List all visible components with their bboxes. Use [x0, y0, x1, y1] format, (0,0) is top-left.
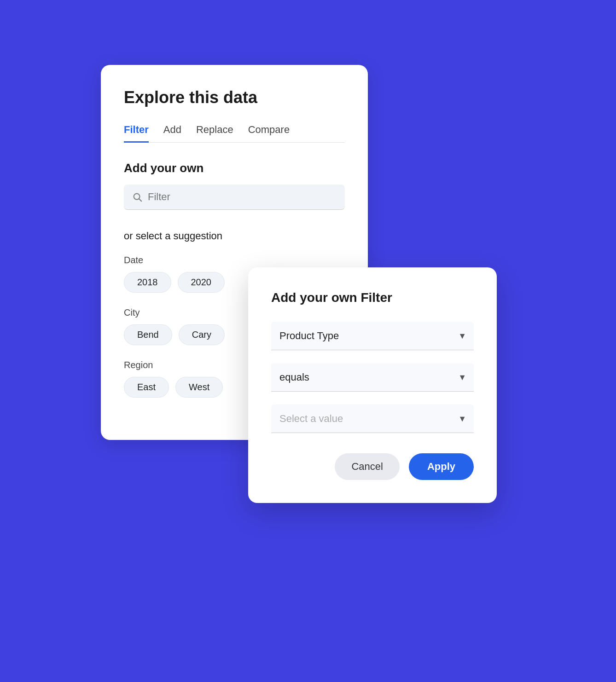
tab-replace[interactable]: Replace [196, 124, 233, 143]
chip-cary[interactable]: Cary [179, 324, 225, 345]
chip-2020[interactable]: 2020 [178, 272, 225, 293]
tab-compare[interactable]: Compare [248, 124, 290, 143]
filter-input[interactable] [148, 191, 337, 203]
filter-input-wrapper [124, 185, 345, 210]
operator-dropdown[interactable]: equals not equals contains greater than … [271, 363, 474, 392]
value-wrapper: Select a value ▼ [271, 405, 474, 433]
dialog-title: Add your own Filter [271, 290, 474, 305]
search-icon [132, 192, 142, 202]
chip-2018[interactable]: 2018 [124, 272, 171, 293]
page-title: Explore this data [124, 88, 345, 107]
tab-add[interactable]: Add [163, 124, 181, 143]
dialog-buttons: Cancel Apply [271, 453, 474, 480]
add-own-title: Add your own [124, 161, 345, 175]
suggestion-heading: or select a suggestion [124, 230, 345, 242]
value-dropdown[interactable]: Select a value [271, 405, 474, 433]
product-type-dropdown[interactable]: Product Type Date City Region [271, 322, 474, 350]
svg-line-1 [139, 199, 141, 201]
suggestion-label-date: Date [124, 255, 345, 266]
chip-west[interactable]: West [175, 377, 223, 398]
product-type-wrapper: Product Type Date City Region ▼ [271, 322, 474, 350]
tab-bar: Filter Add Replace Compare [124, 124, 345, 143]
operator-wrapper: equals not equals contains greater than … [271, 363, 474, 392]
apply-button[interactable]: Apply [409, 453, 474, 480]
cancel-button[interactable]: Cancel [335, 453, 399, 480]
tab-filter[interactable]: Filter [124, 124, 149, 143]
chip-east[interactable]: East [124, 377, 169, 398]
dialog-card: Add your own Filter Product Type Date Ci… [248, 267, 497, 503]
chip-bend[interactable]: Bend [124, 324, 172, 345]
